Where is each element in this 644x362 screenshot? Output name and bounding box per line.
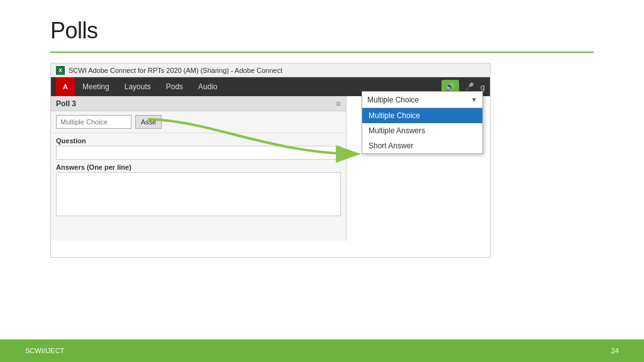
question-input[interactable] bbox=[56, 146, 341, 160]
poll-type-row: Asse bbox=[51, 111, 346, 133]
dropdown-header: Multiple Choice ▼ bbox=[362, 92, 482, 108]
poll-action-button[interactable]: Asse bbox=[135, 115, 162, 129]
browser-titlebar: X SCWI Adobe Connect for RPTs 2020 (AM) … bbox=[51, 63, 490, 77]
footer-left-text: SCWI/IJECT bbox=[25, 347, 64, 354]
poll-menu-icon: ≡ bbox=[336, 99, 341, 109]
menu-item-meeting[interactable]: Meeting bbox=[75, 77, 117, 96]
menu-item-audio[interactable]: Audio bbox=[191, 77, 225, 96]
poll-panel: Poll 3 ≡ Asse Question Answers (One per … bbox=[51, 96, 347, 241]
question-label: Question bbox=[51, 133, 346, 146]
footer-page-number: 24 bbox=[611, 347, 619, 354]
dropdown-item-multiple-choice[interactable]: Multiple Choice bbox=[362, 108, 482, 123]
toolbar-menu: Meeting Layouts Pods Audio bbox=[75, 77, 225, 96]
chevron-down-icon: ▼ bbox=[471, 96, 477, 103]
menu-item-layouts[interactable]: Layouts bbox=[117, 77, 158, 96]
excel-icon: X bbox=[56, 66, 65, 75]
overflow-icon: g bbox=[480, 82, 485, 92]
browser-title: SCWI Adobe Connect for RPTs 2020 (AM) (S… bbox=[69, 67, 282, 74]
answers-label: Answers (One per line) bbox=[51, 160, 346, 172]
poll-title: Poll 3 bbox=[56, 99, 76, 108]
answers-textarea[interactable] bbox=[56, 172, 341, 216]
title-accent-line bbox=[50, 52, 594, 53]
dropdown-popup: Multiple Choice ▼ Multiple Choice Multip… bbox=[362, 91, 483, 154]
footer-bar: SCWI/IJECT 24 bbox=[0, 339, 644, 362]
dropdown-item-multiple-answers[interactable]: Multiple Answers bbox=[362, 123, 482, 138]
adobe-logo: A bbox=[56, 77, 75, 96]
dropdown-current-value: Multiple Choice bbox=[367, 96, 419, 104]
poll-header: Poll 3 ≡ bbox=[51, 96, 346, 111]
poll-type-input[interactable] bbox=[56, 115, 131, 129]
menu-item-pods[interactable]: Pods bbox=[158, 77, 191, 96]
page-title: Polls bbox=[50, 18, 98, 44]
slide: Polls X SCWI Adobe Connect for RPTs 2020… bbox=[0, 0, 644, 339]
dropdown-item-short-answer[interactable]: Short Answer bbox=[362, 138, 482, 153]
